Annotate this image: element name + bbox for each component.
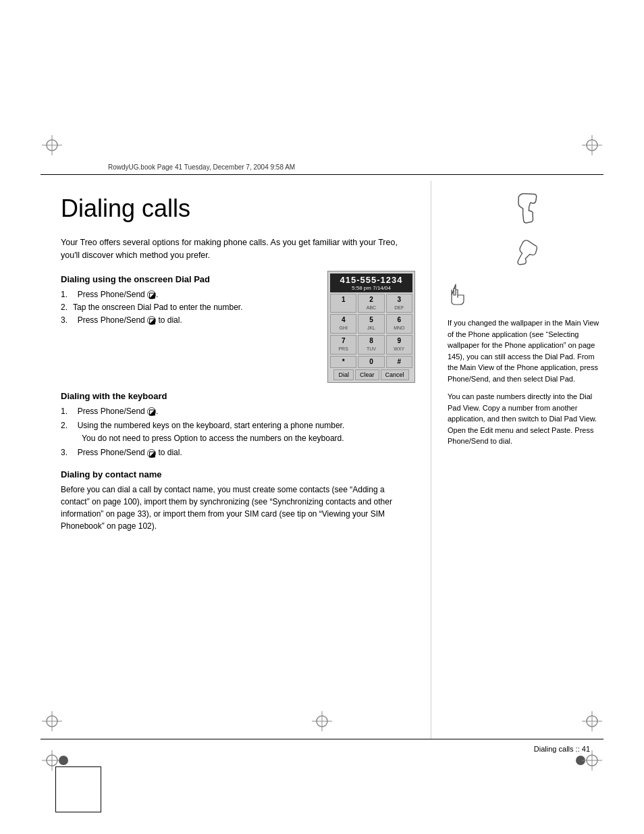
- dial-pad-time: 5:58 pm 7/14/04: [332, 285, 410, 291]
- dial-key-5[interactable]: 5JKL: [358, 314, 384, 334]
- corner-mark-bc: [312, 711, 332, 734]
- dial-pad-number: 415-555-1234: [332, 275, 410, 285]
- step-1-2: 2. Tap the onscreen Dial Pad to enter th…: [61, 301, 321, 314]
- section-keyboard: Dialing with the keyboard 1. Press Phone…: [61, 391, 415, 460]
- sidebar-tip1: If you changed the wallpaper in the Main…: [448, 317, 606, 384]
- cancel-button[interactable]: Cancel: [381, 369, 409, 380]
- corner-mark-bl: [42, 711, 62, 734]
- dial-key-8[interactable]: 8TUV: [358, 335, 384, 355]
- step-1-3: 3. Press Phone/Send ◪ to dial.: [61, 314, 321, 327]
- page-title: Dialing calls: [61, 194, 415, 223]
- dial-pad: 415-555-1234 5:58 pm 7/14/04 1 2ABC 3DEF…: [327, 271, 415, 383]
- page: RowdyUG.book Page 41 Tuesday, December 7…: [0, 0, 644, 834]
- dial-key-9[interactable]: 9WXY: [386, 335, 412, 355]
- intro-text: Your Treo offers several options for mak…: [61, 236, 415, 262]
- step-list-1: 1. Press Phone/Send ◪. 2. Tap the onscre…: [61, 288, 321, 328]
- corner-mark-br: [582, 711, 602, 734]
- dial-pad-screen: 415-555-1234 5:58 pm 7/14/04: [330, 273, 412, 292]
- sidebar-phone-icon: [448, 188, 606, 225]
- section-heading-1: Dialing using the onscreen Dial Pad: [61, 274, 321, 284]
- step-2-1: 1. Press Phone/Send ◪.: [61, 405, 415, 418]
- step-list-2: 1. Press Phone/Send ◪. 2. Using the numb…: [61, 405, 415, 460]
- lower-corner-br: [575, 750, 602, 773]
- dial-button[interactable]: Dial: [333, 369, 354, 380]
- header-rule: [41, 174, 603, 175]
- corner-mark-tr: [582, 135, 602, 158]
- step-1-1: 1. Press Phone/Send ◪.: [61, 288, 321, 301]
- vertical-divider: [431, 181, 431, 739]
- dial-key-4[interactable]: 4GHI: [330, 314, 356, 334]
- step-2-3: 3. Press Phone/Send ◪ to dial.: [61, 446, 415, 459]
- dial-key-1[interactable]: 1: [330, 294, 356, 313]
- sidebar-hand-icon: [448, 283, 606, 309]
- dial-key-hash[interactable]: #: [386, 356, 412, 368]
- dial-key-3[interactable]: 3DEF: [386, 294, 412, 313]
- contact-name-body: Before you can dial a call by contact na…: [61, 484, 415, 532]
- dial-pad-buttons: Dial Clear Cancel: [330, 369, 412, 380]
- section-heading-2: Dialing with the keyboard: [61, 391, 415, 401]
- footer-rule: [41, 739, 603, 739]
- dial-key-0[interactable]: 0: [358, 356, 384, 368]
- section-onscreen-dial-pad: Dialing using the onscreen Dial Pad 1. P…: [61, 274, 415, 383]
- main-content: Dialing calls Your Treo offers several o…: [54, 181, 422, 548]
- step-2-2: 2. Using the numbered keys on the keyboa…: [61, 419, 415, 445]
- svg-point-18: [59, 756, 68, 765]
- white-box: [55, 766, 101, 812]
- section-heading-3: Dialing by contact name: [61, 469, 415, 479]
- header-text: RowdyUG.book Page 41 Tuesday, December 7…: [108, 163, 295, 171]
- section-left: Dialing using the onscreen Dial Pad 1. P…: [61, 274, 321, 328]
- sidebar-tip2: You can paste numbers directly into the …: [448, 391, 606, 447]
- dial-key-star[interactable]: *: [330, 356, 356, 368]
- phone-handset-icon: [448, 237, 606, 271]
- dial-pad-grid: 1 2ABC 3DEF 4GHI 5JKL 6MNO 7PRS 8TUV 9WX…: [330, 294, 412, 368]
- dial-key-2[interactable]: 2ABC: [358, 294, 384, 313]
- sidebar: If you changed the wallpaper in the Main…: [437, 181, 620, 461]
- section-contact-name: Dialing by contact name Before you can d…: [61, 469, 415, 532]
- dial-key-6[interactable]: 6MNO: [386, 314, 412, 334]
- corner-mark-tl: [42, 135, 62, 158]
- dial-key-7[interactable]: 7PRS: [330, 335, 356, 355]
- clear-button[interactable]: Clear: [355, 369, 379, 380]
